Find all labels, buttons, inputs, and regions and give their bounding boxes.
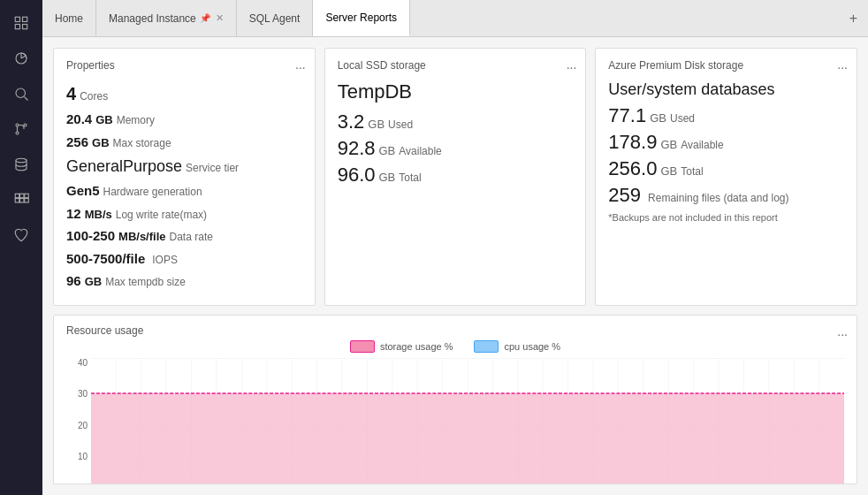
svg-rect-17 bbox=[20, 199, 25, 203]
ssd-used: 3.2 GB Used bbox=[338, 110, 574, 133]
tab-server-reports-label: Server Reports bbox=[325, 11, 397, 24]
y-label-10: 10 bbox=[78, 452, 88, 461]
properties-card: Properties ... 4 Cores 20.4 GB Memory 25… bbox=[53, 48, 316, 306]
chart-plot bbox=[91, 358, 844, 485]
heart-icon[interactable] bbox=[5, 219, 37, 251]
y-label-20: 20 bbox=[78, 421, 88, 430]
tab-home-label: Home bbox=[55, 12, 83, 25]
max-storage-unit: GB bbox=[92, 134, 110, 152]
svg-point-7 bbox=[16, 88, 26, 98]
ssd-used-label: Used bbox=[388, 118, 413, 131]
svg-point-10 bbox=[16, 132, 19, 134]
legend-storage-label: storage usage % bbox=[380, 341, 453, 352]
pin-icon: 📌 bbox=[200, 13, 210, 23]
local-ssd-card: Local SSD storage ... TempDB 3.2 GB Used… bbox=[324, 48, 587, 306]
ssd-total-label: Total bbox=[399, 171, 421, 184]
tab-bar: Home Managed Instance 📌 ✕ SQL Agent Serv… bbox=[42, 0, 868, 37]
azure-disk-menu[interactable]: ... bbox=[837, 57, 848, 72]
azure-remaining-label: Remaining files (data and log) bbox=[648, 192, 788, 204]
resource-usage-card: ... Resource usage storage usage % cpu u… bbox=[53, 315, 857, 485]
azure-total-unit: GB bbox=[660, 164, 677, 178]
max-storage-label: Max storage bbox=[113, 135, 171, 151]
legend-storage: storage usage % bbox=[350, 340, 453, 353]
log-write-unit: MB/s bbox=[85, 206, 112, 224]
ssd-total-value: 96.0 bbox=[338, 164, 376, 187]
local-ssd-db-title: TempDB bbox=[338, 80, 574, 103]
tab-managed-instance[interactable]: Managed Instance 📌 ✕ bbox=[96, 0, 237, 36]
grid-icon[interactable] bbox=[5, 184, 37, 216]
azure-used: 77.1 GB Used bbox=[608, 104, 844, 127]
y-axis: 40 30 20 10 bbox=[66, 358, 91, 485]
tab-sql-agent[interactable]: SQL Agent bbox=[237, 0, 314, 36]
local-ssd-menu[interactable]: ... bbox=[567, 57, 577, 72]
iops-label: IOPS bbox=[152, 252, 178, 268]
legend-storage-color bbox=[350, 340, 375, 353]
search-icon[interactable] bbox=[5, 78, 37, 110]
legend-cpu-label: cpu usage % bbox=[504, 341, 560, 352]
svg-point-9 bbox=[16, 124, 19, 126]
svg-rect-13 bbox=[15, 194, 19, 198]
tempdb-unit: GB bbox=[85, 273, 103, 291]
tab-server-reports[interactable]: Server Reports bbox=[313, 0, 410, 36]
iops-value: 500-7500/file bbox=[66, 249, 145, 270]
prop-max-storage: 256 GB Max storage bbox=[66, 133, 302, 153]
data-rate-label: Data rate bbox=[170, 229, 213, 245]
main-area: Home Managed Instance 📌 ✕ SQL Agent Serv… bbox=[42, 0, 868, 495]
azure-used-label: Used bbox=[670, 112, 695, 125]
azure-remaining-value: 259 bbox=[608, 184, 641, 207]
log-write-value: 12 bbox=[66, 204, 81, 225]
properties-card-menu[interactable]: ... bbox=[295, 57, 306, 72]
close-icon[interactable]: ✕ bbox=[216, 13, 224, 23]
hardware-label: Hardware generation bbox=[103, 184, 202, 200]
ssd-total: 96.0 GB Total bbox=[338, 164, 574, 187]
azure-available-value: 178.9 bbox=[608, 131, 657, 154]
data-rate-unit: MB/s/file bbox=[118, 228, 165, 246]
svg-point-12 bbox=[16, 158, 27, 163]
tab-home[interactable]: Home bbox=[42, 0, 96, 36]
prop-hardware: Gen5 Hardware generation bbox=[66, 181, 302, 202]
prop-iops: 500-7500/file IOPS bbox=[66, 249, 302, 270]
ssd-available-unit: GB bbox=[379, 144, 396, 157]
svg-rect-3 bbox=[23, 25, 27, 29]
prop-service-tier: GeneralPurpose Service tier bbox=[66, 155, 302, 179]
azure-total: 256.0 GB Total bbox=[608, 157, 844, 180]
y-label-30: 30 bbox=[78, 389, 88, 399]
svg-rect-2 bbox=[15, 25, 19, 29]
memory-value: 20.4 bbox=[66, 110, 92, 130]
sidebar bbox=[0, 0, 42, 495]
log-write-label: Log write rate(max) bbox=[116, 207, 207, 223]
azure-used-value: 77.1 bbox=[608, 104, 646, 127]
service-tier-value: GeneralPurpose bbox=[66, 155, 182, 179]
azure-used-unit: GB bbox=[650, 111, 666, 125]
database-icon[interactable] bbox=[5, 148, 37, 180]
resource-usage-menu[interactable]: ... bbox=[837, 324, 848, 339]
y-label-40: 40 bbox=[78, 358, 88, 368]
prop-memory: 20.4 GB Memory bbox=[66, 110, 302, 130]
azure-disk-db-title: User/system databases bbox=[608, 80, 844, 99]
legend-cpu-color bbox=[474, 340, 499, 353]
memory-unit: GB bbox=[95, 111, 113, 129]
ssd-used-value: 3.2 bbox=[338, 110, 365, 133]
properties-card-title: Properties bbox=[66, 59, 302, 72]
svg-rect-53 bbox=[91, 393, 844, 485]
service-tier-label: Service tier bbox=[186, 160, 239, 176]
azure-available: 178.9 GB Available bbox=[608, 131, 844, 154]
pages-icon[interactable] bbox=[5, 7, 37, 39]
content-area: Properties ... 4 Cores 20.4 GB Memory 25… bbox=[42, 37, 868, 495]
tab-add-button[interactable]: + bbox=[839, 0, 868, 36]
analytics-icon[interactable] bbox=[5, 42, 37, 74]
tab-sql-agent-label: SQL Agent bbox=[249, 12, 301, 25]
branch-icon[interactable] bbox=[5, 113, 37, 145]
tab-managed-instance-label: Managed Instance bbox=[109, 12, 196, 25]
azure-disk-title: Azure Premium Disk storage bbox=[608, 59, 844, 72]
chart-legend: storage usage % cpu usage % bbox=[66, 340, 844, 353]
svg-rect-18 bbox=[25, 199, 29, 203]
cores-value: 4 bbox=[66, 80, 76, 107]
ssd-available-value: 92.8 bbox=[338, 137, 376, 160]
chart-container: 40 30 20 10 bbox=[66, 358, 844, 485]
azure-note: *Backups are not included in this report bbox=[608, 212, 844, 223]
resource-usage-title: Resource usage bbox=[66, 324, 844, 337]
chart-svg bbox=[91, 358, 844, 485]
cores-label: Cores bbox=[80, 88, 108, 104]
local-ssd-title: Local SSD storage bbox=[338, 59, 574, 72]
